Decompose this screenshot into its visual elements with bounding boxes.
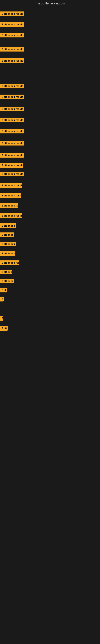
- bottleneck-item-9: Bottleneck result: [0, 118, 24, 123]
- site-title-bar: TheBottlenecker.com: [0, 0, 100, 6]
- bottleneck-label-24: Bottlens: [0, 270, 12, 274]
- bottleneck-item-10: Bottleneck result: [0, 129, 24, 134]
- bottleneck-item-1: Bottleneck result: [0, 12, 24, 17]
- bottleneck-item-26: Bot: [0, 288, 7, 293]
- bottleneck-label-17: Bottleneck re: [0, 203, 18, 208]
- bottleneck-label-1: Bottleneck result: [0, 12, 24, 16]
- bottleneck-item-17: Bottleneck re: [0, 203, 18, 209]
- bottleneck-label-15: Bottleneck result: [0, 183, 22, 188]
- bottleneck-label-25: Bottleneck: [0, 279, 14, 283]
- bottleneck-item-19: Bottleneck r: [0, 224, 16, 229]
- bottleneck-item-22: Bottleneck: [0, 251, 15, 256]
- bottleneck-item-8: Bottleneck result: [0, 107, 24, 112]
- bottleneck-item-23: Bottleneck res: [0, 260, 19, 266]
- bottleneck-item-14: Bottleneck result: [0, 172, 24, 177]
- bottleneck-label-29: Bott: [0, 326, 8, 331]
- bottleneck-label-4: Bottleneck result: [0, 47, 24, 52]
- bottleneck-item-3: Bottleneck result: [0, 33, 24, 38]
- bottleneck-label-6: Bottleneck result: [0, 84, 24, 88]
- bottleneck-label-22: Bottleneck: [0, 251, 15, 256]
- bottleneck-label-12: Bottleneck result: [0, 153, 24, 158]
- bottleneck-label-27: B: [0, 297, 3, 302]
- bottleneck-item-6: Bottleneck result: [0, 84, 24, 89]
- bottleneck-label-28: E: [0, 316, 3, 320]
- bottleneck-item-27: B: [0, 297, 3, 302]
- bottleneck-item-7: Bottleneck result: [0, 94, 24, 100]
- bottleneck-label-5: Bottleneck result: [0, 58, 24, 63]
- bottleneck-item-29: Bott: [0, 326, 8, 332]
- bottleneck-label-10: Bottleneck result: [0, 129, 24, 134]
- bottleneck-item-13: Bottleneck result: [0, 163, 23, 168]
- site-title: TheBottlenecker.com: [0, 0, 100, 6]
- bottleneck-label-18: Bottleneck result: [0, 213, 22, 218]
- bottleneck-label-21: Bottleneck r: [0, 242, 16, 246]
- bottleneck-label-14: Bottleneck result: [0, 172, 24, 176]
- bottleneck-label-3: Bottleneck result: [0, 33, 24, 38]
- bottleneck-label-8: Bottleneck result: [0, 107, 24, 111]
- bottleneck-item-25: Bottleneck: [0, 279, 14, 284]
- bottleneck-label-26: Bot: [0, 288, 7, 292]
- bottleneck-label-20: Bottlenec: [0, 232, 14, 237]
- bottleneck-label-9: Bottleneck result: [0, 118, 24, 122]
- bottleneck-label-19: Bottleneck r: [0, 224, 16, 228]
- bottleneck-item-12: Bottleneck result: [0, 153, 24, 158]
- bottleneck-item-11: Bottleneck result: [0, 141, 24, 146]
- bottleneck-label-13: Bottleneck result: [0, 163, 23, 168]
- bottleneck-item-18: Bottleneck result: [0, 213, 22, 219]
- bottleneck-item-2: Bottleneck result: [0, 22, 24, 28]
- bottleneck-item-4: Bottleneck result: [0, 47, 24, 52]
- bottleneck-label-2: Bottleneck result: [0, 22, 24, 27]
- bottleneck-label-16: Bottleneck result: [0, 193, 21, 198]
- bottleneck-label-23: Bottleneck res: [0, 260, 19, 265]
- bottleneck-label-11: Bottleneck result: [0, 141, 24, 146]
- bottleneck-label-7: Bottleneck result: [0, 94, 24, 99]
- bottleneck-item-28: E: [0, 316, 3, 322]
- bottleneck-item-20: Bottlenec: [0, 232, 14, 238]
- bottleneck-item-21: Bottleneck r: [0, 242, 16, 247]
- bottleneck-item-5: Bottleneck result: [0, 58, 24, 64]
- bottleneck-item-24: Bottlens: [0, 270, 12, 275]
- bottleneck-item-15: Bottleneck result: [0, 183, 22, 188]
- bottleneck-item-16: Bottleneck result: [0, 193, 21, 199]
